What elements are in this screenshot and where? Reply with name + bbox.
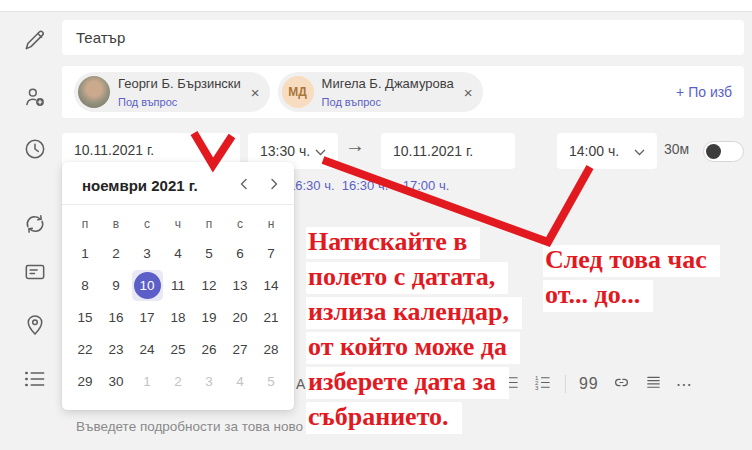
details-list-icon xyxy=(22,366,48,392)
calendar-day[interactable]: 20 xyxy=(225,301,256,333)
remove-attendee-icon[interactable]: × xyxy=(464,84,473,101)
calendar-day-headers: пвсчпсн xyxy=(62,213,294,235)
date-picker-popup: ноември 2021 г. пвсчпсн 1234567891011121… xyxy=(62,162,294,410)
attendee-status: Под въпрос xyxy=(322,96,381,108)
end-date-value: 10.11.2021 г. xyxy=(381,133,515,169)
calendar-day[interactable]: 5 xyxy=(256,365,287,397)
calendar-day[interactable]: 3 xyxy=(132,237,163,269)
calendar-day-header: п xyxy=(194,213,225,235)
calendar-day[interactable]: 8 xyxy=(70,269,101,301)
optional-attendees-link[interactable]: + По изб xyxy=(676,84,732,100)
calendar-day[interactable]: 15 xyxy=(70,301,101,333)
annotation-line: изберете дата за xyxy=(306,367,509,399)
calendar-grid: 1234567891011121314151617181920212223242… xyxy=(62,237,294,397)
end-time-field[interactable]: 14:00 ч. xyxy=(557,133,657,169)
channel-icon xyxy=(22,259,48,285)
calendar-day-header: н xyxy=(256,213,287,235)
meeting-title-row xyxy=(62,20,744,55)
toolbar-divider xyxy=(565,375,566,393)
attendee-name: Мигела Б. Джамурова xyxy=(322,76,454,91)
attendees-row[interactable]: Георги Б. Бързински Под въпрос × МД Миге… xyxy=(62,66,744,118)
calendar-day[interactable]: 2 xyxy=(163,365,194,397)
annotation-note1: Натискайте вполето с датата,излиза кален… xyxy=(306,227,522,437)
calendar-next-button[interactable] xyxy=(268,176,280,194)
calendar-day[interactable]: 7 xyxy=(256,237,287,269)
annotation-line: от... до... xyxy=(543,280,653,312)
remove-attendee-icon[interactable]: × xyxy=(251,84,260,101)
recurrence-icon xyxy=(22,211,48,237)
pencil-icon xyxy=(22,27,48,53)
calendar-day[interactable]: 13 xyxy=(225,269,256,301)
calendar-day[interactable]: 12 xyxy=(194,269,225,301)
calendar-day[interactable]: 1 xyxy=(70,237,101,269)
calendar-day[interactable]: 19 xyxy=(194,301,225,333)
location-icon xyxy=(22,312,48,338)
calendar-day-header: п xyxy=(70,213,101,235)
meeting-title-input[interactable] xyxy=(62,20,744,55)
calendar-day-header: ч xyxy=(163,213,194,235)
font-color-icon[interactable]: A xyxy=(296,376,305,392)
duration-badge: 30м xyxy=(664,141,689,157)
add-attendees-icon xyxy=(22,84,48,110)
end-time-value: 14:00 ч. xyxy=(569,143,619,159)
annotation-line: от който може да xyxy=(306,332,520,364)
attendee-status: Под въпрос xyxy=(118,96,177,108)
calendar-day[interactable]: 4 xyxy=(225,365,256,397)
attendee-chip[interactable]: МД Мигела Б. Джамурова Под въпрос × xyxy=(278,72,483,112)
end-date-field[interactable]: 10.11.2021 г. xyxy=(381,133,515,169)
numbered-list-icon[interactable]: 123 xyxy=(533,373,552,396)
annotation-note2: След това часот... до... xyxy=(543,245,720,315)
toggle-knob xyxy=(706,144,721,159)
calendar-day-header: с xyxy=(225,213,256,235)
chevron-down-icon[interactable] xyxy=(634,143,645,159)
calendar-day[interactable]: 11 xyxy=(163,269,194,301)
start-time-value: 13:30 ч. xyxy=(260,143,310,159)
calendar-day[interactable]: 2 xyxy=(101,237,132,269)
calendar-day[interactable]: 26 xyxy=(194,333,225,365)
more-options-icon[interactable]: ⋯ xyxy=(676,375,694,394)
calendar-month-label: ноември 2021 г. xyxy=(82,177,198,194)
calendar-day[interactable]: 21 xyxy=(256,301,287,333)
calendar-day[interactable]: 27 xyxy=(225,333,256,365)
annotation-line: събранието. xyxy=(306,402,462,434)
annotation-line: излиза календар, xyxy=(306,297,522,329)
calendar-day[interactable]: 3 xyxy=(194,365,225,397)
calendar-day-header: с xyxy=(132,213,163,235)
to-arrow-icon: → xyxy=(345,134,365,157)
calendar-day[interactable]: 6 xyxy=(225,237,256,269)
calendar-day[interactable]: 22 xyxy=(70,333,101,365)
calendar-day[interactable]: 16 xyxy=(101,301,132,333)
attendee-chip[interactable]: Георги Б. Бързински Под въпрос × xyxy=(74,72,270,112)
calendar-day[interactable]: 30 xyxy=(101,365,132,397)
calendar-day[interactable]: 29 xyxy=(70,365,101,397)
calendar-day[interactable]: 4 xyxy=(163,237,194,269)
calendar-day[interactable]: 14 xyxy=(256,269,287,301)
calendar-day[interactable]: 24 xyxy=(132,333,163,365)
calendar-prev-button[interactable] xyxy=(238,176,250,194)
calendar-day[interactable]: 23 xyxy=(101,333,132,365)
top-divider xyxy=(0,0,752,12)
horizontal-rule-icon[interactable] xyxy=(644,373,663,396)
chevron-down-icon[interactable] xyxy=(315,143,326,159)
calendar-day[interactable]: 5 xyxy=(194,237,225,269)
calendar-day[interactable]: 10 xyxy=(132,269,163,301)
attendee-avatar-photo xyxy=(78,76,110,108)
attendee-name: Георги Б. Бързински xyxy=(118,76,241,91)
calendar-day[interactable]: 25 xyxy=(163,333,194,365)
svg-text:3: 3 xyxy=(535,384,539,391)
clock-icon xyxy=(22,136,48,162)
annotation-line: полето с датата, xyxy=(306,262,508,294)
annotation-line: Натискайте в xyxy=(306,227,480,259)
annotation-line: След това час xyxy=(543,245,720,277)
quote-icon[interactable]: 99 xyxy=(579,375,599,393)
link-icon[interactable] xyxy=(612,373,631,396)
all-day-toggle[interactable] xyxy=(703,141,744,162)
calendar-day[interactable]: 28 xyxy=(256,333,287,365)
calendar-day[interactable]: 17 xyxy=(132,301,163,333)
calendar-day[interactable]: 9 xyxy=(101,269,132,301)
calendar-day[interactable]: 1 xyxy=(132,365,163,397)
calendar-day-header: в xyxy=(101,213,132,235)
suggested-times[interactable]: 16:30 ч. 16:30 ч. – 17:00 ч. xyxy=(288,178,449,193)
calendar-day[interactable]: 18 xyxy=(163,301,194,333)
attendee-avatar-initials: МД xyxy=(282,76,314,108)
